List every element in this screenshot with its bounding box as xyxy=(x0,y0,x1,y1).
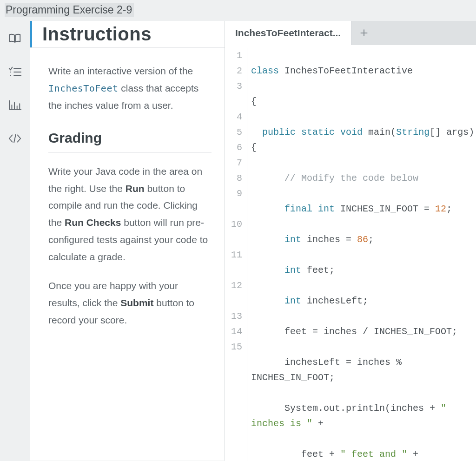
code-token-inchestofeet: InchesToFeet xyxy=(48,83,119,94)
instructions-header: Instructions xyxy=(30,21,225,47)
line-gutter: 123456789101112131415 xyxy=(225,48,247,461)
plus-icon: + xyxy=(360,25,368,41)
editor-panel: InchesToFeetInteract... + 12345678910111… xyxy=(225,21,476,461)
instructions-heading: Instructions xyxy=(32,24,152,45)
code-area[interactable]: 123456789101112131415 class InchesToFeet… xyxy=(225,45,476,461)
instructions-panel: Instructions Write an interactive versio… xyxy=(30,21,225,461)
grading-heading: Grading xyxy=(48,126,212,151)
tab-bar: InchesToFeetInteract... + xyxy=(225,21,476,45)
code-icon[interactable] xyxy=(7,132,23,145)
instructions-para-1: Write an interactive version of the Inch… xyxy=(48,63,212,114)
book-icon[interactable] xyxy=(7,31,23,45)
sidebar-rail xyxy=(0,21,30,461)
page-title-bar: Programming Exercise 2-9 xyxy=(0,0,476,21)
tab-file[interactable]: InchesToFeetInteract... xyxy=(225,21,351,45)
page-title: Programming Exercise 2-9 xyxy=(5,3,134,17)
instructions-para-3: Once you are happy with your results, cl… xyxy=(48,277,212,329)
chart-icon[interactable] xyxy=(7,98,23,112)
tab-add-button[interactable]: + xyxy=(351,21,377,45)
svg-line-11 xyxy=(14,135,16,143)
instructions-body: Write an interactive version of the Inch… xyxy=(30,48,225,350)
code-lines[interactable]: class InchesToFeetInteractive { public s… xyxy=(247,48,476,461)
grading-divider xyxy=(48,152,212,153)
instructions-para-2: Write your Java code in the area on the … xyxy=(48,163,212,266)
tasks-icon[interactable] xyxy=(7,65,23,79)
